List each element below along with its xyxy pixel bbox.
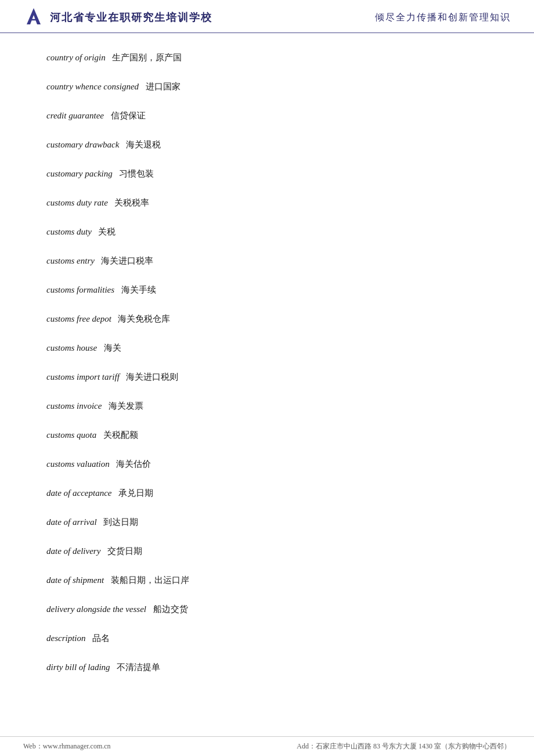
term-item: customs entry 海关进口税率 [46, 254, 488, 268]
term-item: dirty bill of lading 不清洁提单 [46, 660, 488, 674]
term-chinese: 品名 [88, 633, 110, 643]
term-english: date of acceptance [46, 488, 111, 498]
footer-web: Web：www.rhmanager.com.cn [23, 741, 111, 751]
term-item: customs formalities 海关手续 [46, 283, 488, 297]
term-item: customs duty 关税 [46, 225, 488, 239]
term-chinese: 进口国家 [141, 82, 181, 91]
term-chinese: 海关进口税率 [97, 256, 154, 265]
term-item: date of shipment 装船日期，出运口岸 [46, 573, 488, 587]
term-english: description [46, 633, 86, 643]
term-english: customs entry [46, 256, 95, 265]
term-item: delivery alongside the vessel 船边交货 [46, 602, 488, 616]
term-chinese: 关税配额 [99, 430, 138, 440]
term-chinese: 海关退税 [121, 140, 161, 149]
term-item: description 品名 [46, 631, 488, 645]
term-english: customs house [46, 343, 97, 352]
term-english: country whence consigned [46, 82, 139, 91]
term-english: customs invoice [46, 401, 102, 411]
term-item: customs duty rate 关税税率 [46, 196, 488, 210]
terms-list: country of origin 生产国别，原产国country whence… [46, 51, 488, 674]
term-english: delivery alongside the vessel [46, 604, 146, 614]
term-item: customary drawback 海关退税 [46, 138, 488, 152]
page-footer: Web：www.rhmanager.com.cn Add：石家庄市中山西路 83… [0, 736, 534, 756]
term-english: customs import tariff [46, 372, 120, 381]
term-english: credit guarantee [46, 111, 104, 120]
term-item: customs quota 关税配额 [46, 428, 488, 442]
term-item: customs free depot 海关免税仓库 [46, 312, 488, 326]
term-chinese: 海关进口税则 [122, 372, 179, 381]
term-english: customs free depot [46, 314, 111, 323]
term-item: country of origin 生产国别，原产国 [46, 51, 488, 64]
term-chinese: 生产国别，原产国 [108, 53, 182, 62]
term-chinese: 不清洁提单 [113, 663, 161, 672]
header-left: 河北省专业在职研究生培训学校 [23, 7, 212, 28]
term-english: date of arrival [46, 517, 97, 527]
header-slogan: 倾尽全力传播和创新管理知识 [375, 12, 511, 24]
svg-marker-0 [27, 8, 41, 24]
term-english: customs duty rate [46, 198, 108, 207]
page-header: 河北省专业在职研究生培训学校 倾尽全力传播和创新管理知识 [0, 0, 534, 33]
main-content: country of origin 生产国别，原产国country whence… [0, 33, 534, 724]
term-item: customs house 海关 [46, 341, 488, 355]
term-english: customs formalities [46, 285, 114, 294]
term-item: customs invoice 海关发票 [46, 399, 488, 413]
term-item: date of acceptance 承兑日期 [46, 486, 488, 500]
term-english: dirty bill of lading [46, 663, 110, 672]
term-item: date of arrival 到达日期 [46, 515, 488, 529]
term-chinese: 到达日期 [99, 517, 139, 527]
term-item: customs import tariff 海关进口税则 [46, 370, 488, 384]
term-english: date of delivery [46, 546, 100, 556]
term-chinese: 海关 [99, 343, 121, 352]
logo-icon [23, 7, 44, 28]
term-english: customs duty [46, 227, 92, 236]
term-chinese: 海关估价 [112, 459, 151, 469]
term-chinese: 装船日期，出运口岸 [106, 575, 189, 585]
term-english: customs quota [46, 430, 96, 440]
term-item: date of delivery 交货日期 [46, 544, 488, 558]
term-english: customary packing [46, 169, 113, 178]
term-chinese: 信贷保证 [106, 111, 146, 120]
term-english: customary drawback [46, 140, 119, 149]
term-english: customs valuation [46, 459, 110, 469]
term-english: date of shipment [46, 575, 104, 585]
term-item: country whence consigned 进口国家 [46, 80, 488, 93]
term-item: customary packing 习惯包装 [46, 167, 488, 181]
term-chinese: 关税 [94, 227, 116, 236]
school-name: 河北省专业在职研究生培训学校 [50, 10, 212, 24]
term-english: country of origin [46, 53, 106, 62]
term-chinese: 海关免税仓库 [114, 314, 171, 323]
term-item: credit guarantee 信贷保证 [46, 109, 488, 123]
term-chinese: 船边交货 [149, 604, 188, 614]
term-chinese: 习惯包装 [115, 169, 154, 178]
term-chinese: 海关手续 [117, 285, 156, 294]
term-chinese: 海关发票 [104, 401, 143, 411]
term-item: customs valuation 海关估价 [46, 457, 488, 471]
term-chinese: 承兑日期 [114, 488, 153, 498]
term-chinese: 关税税率 [110, 198, 150, 207]
term-chinese: 交货日期 [103, 546, 142, 556]
footer-address: Add：石家庄市中山西路 83 号东方大厦 1430 室（东方购物中心西邻） [297, 741, 511, 751]
